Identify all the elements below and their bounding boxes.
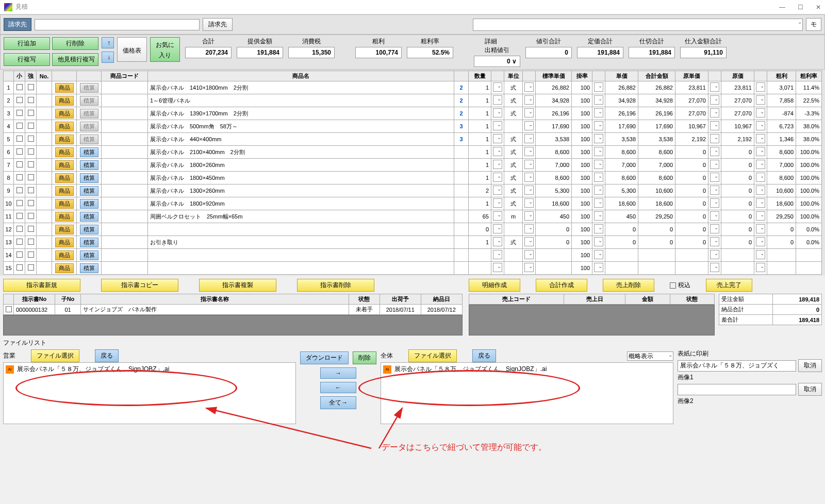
table-row[interactable]: 7商品積算展示会パネル 1800×260mm1式7,0001007,0007,0… [4,159,822,172]
row-checkbox-k[interactable] [28,136,34,142]
instruction-table[interactable]: 指示書No 子No 指示書名称 状態 出荷予 納品日 0000000132 01… [3,294,463,315]
move-right[interactable]: → [320,367,356,379]
detail-value[interactable]: 0 ∨ [474,56,520,67]
calc-button[interactable]: 積算 [80,96,98,106]
delete-file-btn[interactable]: 削除 [353,351,376,364]
table-row[interactable]: 9商品積算展示会パネル 1300×260mm2式5,3001005,30010,… [4,184,822,197]
sales-del[interactable]: 売上削除 [603,279,654,292]
file-item[interactable]: 展示会パネル「５８万、ジョブズくん、SignJOBZ」.ai [17,365,169,374]
sales-table[interactable]: 売上コード売上日 金額状態 [469,294,715,305]
maximize-button[interactable]: ☐ [798,4,803,11]
product-button[interactable]: 商品 [55,250,74,260]
calc-button[interactable]: 積算 [80,225,98,234]
table-row[interactable]: 12商品積算00100000000.0% [4,223,822,236]
minimize-button[interactable]: — [779,4,785,11]
file-select-left[interactable]: ファイル選択 [31,349,79,362]
calc-button[interactable]: 積算 [80,238,98,247]
table-row[interactable]: 11商品積算周囲ベルクロセット 25mm幅×65m65m45010045029,… [4,210,822,223]
row-checkbox-s[interactable] [16,239,23,245]
row-checkbox-s[interactable] [16,174,23,180]
row-checkbox-k[interactable] [28,239,34,245]
file-select-right[interactable]: ファイル選択 [408,349,457,362]
instr-copy[interactable]: 指示書コピー [101,279,178,292]
row-add-button[interactable]: 行追加 [4,37,50,50]
file-list-right[interactable]: Ai展示会パネル「５８万、ジョブズくん、SignJOBZ」.ai [381,362,673,424]
back-left[interactable]: 戻る [95,349,119,362]
row-checkbox-s[interactable] [16,187,23,193]
row-checkbox-k[interactable] [28,123,34,129]
instr-dup[interactable]: 指示書複製 [199,279,276,292]
move-up[interactable]: ↑ [102,37,114,48]
table-row[interactable]: 15商品積算100 [4,262,822,275]
row-checkbox-s[interactable] [16,136,23,142]
favorite-button[interactable]: お気に 入り [150,37,180,62]
tax-checkbox[interactable]: 税込 [670,281,690,290]
calc-button[interactable]: 積算 [80,186,98,196]
row-checkbox-k[interactable] [28,213,34,219]
calc-button[interactable]: 積算 [80,212,98,222]
calc-button[interactable]: 積算 [80,160,98,170]
billing-search-button[interactable]: 請求先 [203,18,233,31]
product-button[interactable]: 商品 [55,212,74,222]
file-item[interactable]: 展示会パネル「５８万、ジョブズくん、SignJOBZ」.ai [394,365,547,374]
table-row[interactable]: 13商品積算お引き取り1式0100000000.0% [4,236,822,249]
table-row[interactable]: 8商品積算展示会パネル 1800×450mm1式8,6001008,6008,6… [4,172,822,184]
row-checkbox-k[interactable] [28,174,34,180]
back-right[interactable]: 戻る [472,349,496,362]
row-checkbox-s[interactable] [16,97,23,103]
row-checkbox-k[interactable] [28,84,34,90]
product-button[interactable]: 商品 [55,109,74,119]
product-button[interactable]: 商品 [55,199,74,209]
file-list-left[interactable]: Ai展示会パネル「５８万、ジョブズくん、SignJOBZ」.ai [3,362,296,424]
product-button[interactable]: 商品 [55,186,74,196]
table-row[interactable]: 6商品積算展示会パネル 2100×400mm 2分割1式8,6001008,60… [4,146,822,159]
line-items-table[interactable]: 小強No.商品コード商品名数量単位標準単価掛率単価合計金額原単価原価粗利粗利率 … [3,71,822,275]
calc-button[interactable]: 積算 [80,122,98,131]
calc-button[interactable]: 積算 [80,173,98,183]
row-checkbox-s[interactable] [16,226,23,232]
product-button[interactable]: 商品 [55,96,74,106]
row-checkbox-k[interactable] [28,226,34,232]
row-checkbox-k[interactable] [28,97,34,103]
table-row[interactable]: 5商品積算展示会パネル 440×400mm31式3,5381003,5383,5… [4,133,822,146]
calc-button[interactable]: 積算 [80,147,98,157]
cancel2[interactable]: 取消 [798,383,822,396]
row-checkbox-k[interactable] [28,251,34,258]
summary-dropdown[interactable]: 概略表示 [627,351,673,361]
row-checkbox-k[interactable] [28,148,34,155]
row-checkbox-s[interactable] [16,110,23,116]
billing-button[interactable]: 請求先 [4,18,31,31]
row-checkbox-k[interactable] [28,110,34,116]
product-button[interactable]: 商品 [55,147,74,157]
move-all[interactable]: 全て→ [320,396,356,409]
download-btn[interactable]: ダウンロード [300,351,349,364]
product-button[interactable]: 商品 [55,173,74,183]
price-table-button[interactable]: 価格表 [117,37,147,62]
instr-new[interactable]: 指示書新規 [3,279,80,292]
row-checkbox-s[interactable] [16,200,23,206]
move-left[interactable]: ← [320,382,356,393]
table-row[interactable]: 10商品積算展示会パネル 1800×920mm1式18,60010018,600… [4,197,822,210]
row-checkbox-s[interactable] [16,264,23,271]
row-checkbox-s[interactable] [16,251,23,258]
calc-button[interactable]: 積算 [80,199,98,209]
product-button[interactable]: 商品 [55,238,74,247]
product-button[interactable]: 商品 [55,160,74,170]
product-button[interactable]: 商品 [55,225,74,234]
row-checkbox-k[interactable] [28,200,34,206]
other-copy-button[interactable]: 他見積行複写 [52,53,98,66]
sales-done[interactable]: 売上完了 [706,279,752,292]
instr-checkbox[interactable] [6,306,12,312]
calc-button[interactable]: 積算 [80,263,98,273]
table-row[interactable]: 1商品積算展示会パネル 1410×1800mm 2分割21式26,8821002… [4,81,822,94]
calc-button[interactable]: 積算 [80,250,98,260]
product-button[interactable]: 商品 [55,135,74,144]
row-checkbox-k[interactable] [28,161,34,167]
row-checkbox-s[interactable] [16,123,23,129]
table-row[interactable]: 4商品積算展示会パネル 500mm角 58万～3117,69010017,690… [4,120,822,133]
row-checkbox-k[interactable] [28,264,34,271]
row-checkbox-s[interactable] [16,84,23,90]
table-row[interactable]: 2商品積算1～6管理パネル21式34,92810034,92834,92827,… [4,94,822,107]
sales-detail[interactable]: 明細作成 [469,279,520,292]
calc-button[interactable]: 積算 [80,83,98,93]
